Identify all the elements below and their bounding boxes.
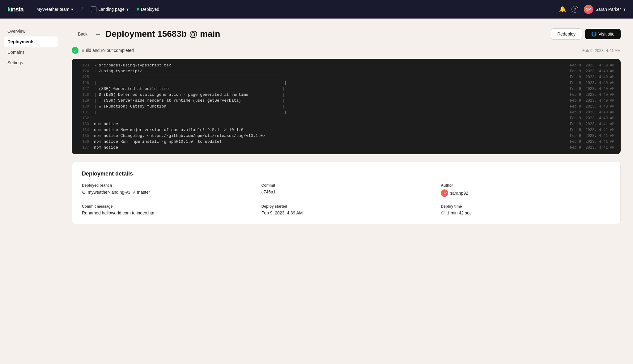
deployed-branch-label: Deployed branch [82,183,252,188]
deployed-branch-value: ⊙ myweather-landing-v3 ⑂ master [82,189,252,195]
log-line-date: Feb 9, 2023, 4:41 AM [570,134,614,138]
detail-deployed-branch: Deployed branch ⊙ myweather-landing-v3 ⑂… [82,183,252,197]
author-label: Author [441,183,610,188]
log-line-content: npm notice [94,145,565,150]
detail-author: Author SP sarahp92 [441,183,610,197]
globe-icon: 🌐 [591,32,597,36]
log-line-number: 134 [78,128,89,132]
log-line-number: 129 [78,99,89,103]
commit-message-value: Renamed helloworld.com to index.html [82,210,252,215]
log-line-number: 137 [78,146,89,150]
help-icon: ? [571,6,578,13]
log-row: 137npm noticeFeb 9, 2023, 4:41 AM [72,145,621,150]
log-line-date: Feb 9, 2023, 4:40 AM [570,93,614,97]
commit-message-label: Commit message [82,204,252,209]
details-title: Deployment details [82,171,610,177]
log-line-content: npm notice New major version of npm avai… [94,128,565,132]
log-line-content: ────────────────────────────────────────… [94,116,565,121]
commit-label: Commit [261,183,431,188]
log-line-content: | | [94,110,565,115]
deploy-started-value: Feb 9, 2023, 4:39 AM [261,210,431,215]
log-line-number: 128 [78,93,89,97]
sidebar-item-settings[interactable]: Settings [0,57,62,68]
log-line-number: 127 [78,87,89,91]
log-line-content: | λ (Function) Gatsby function | [94,104,565,109]
topnav: kinsta MyWeather team ▾ / Landing page ▾… [0,0,633,19]
log-line-content: npm notice Run `npm install -g npm@10.1.… [94,139,565,144]
help-button[interactable]: ? [571,6,578,13]
log-row: 130| λ (Function) Gatsby function |Feb 9… [72,104,621,109]
log-line-content: └ src/pages/using-typescript.tsx [94,63,565,68]
commit-value: c746a1 [261,189,431,194]
visit-site-button[interactable]: 🌐 Visit site [585,29,621,39]
topnav-icons: 🔔 ? SP Sarah Parker ▾ [559,5,626,14]
layout: Overview Deployments Domains Settings ← … [0,19,633,364]
team-label: MyWeather team [36,7,69,12]
sidebar-item-domains[interactable]: Domains [0,47,62,57]
log-line-date: Feb 9, 2023, 4:40 AM [570,99,614,103]
page-icon [91,6,96,12]
terminal-inner: 123└ src/pages/using-typescript.tsxFeb 9… [72,59,621,154]
page-title-row: ← Deployment 15683b @ main [95,29,551,39]
commit-message-text: Renamed helloworld.com to index.html [82,210,156,215]
log-line-date: Feb 9, 2023, 4:40 AM [570,110,614,115]
log-line-number: 135 [78,134,89,138]
log-row: 133npm noticeFeb 9, 2023, 4:41 AM [72,121,621,127]
deploy-started-text: Feb 9, 2023, 4:39 AM [261,210,303,215]
page-back-icon[interactable]: ← [95,31,101,38]
bell-icon: 🔔 [559,6,566,13]
author-avatar: SP [441,189,448,197]
log-row: 126| |Feb 9, 2023, 4:40 AM [72,80,621,86]
git-branch-icon: ⑂ [132,190,135,195]
log-line-date: Feb 9, 2023, 4:40 AM [570,87,614,91]
avatar: SP [584,5,593,14]
sidebar-item-overview[interactable]: Overview [0,26,62,36]
sidebar-item-deployments[interactable]: Deployments [4,36,58,47]
log-line-date: Feb 9, 2023, 4:40 AM [570,75,614,79]
commit-hash: c746a1 [261,189,276,194]
page-header: ← Back ← Deployment 15683b @ main Redepl… [72,28,621,40]
detail-deploy-started: Deploy started Feb 9, 2023, 4:39 AM [261,204,431,215]
log-row: 123└ src/pages/using-typescript.tsxFeb 9… [72,62,621,68]
back-button[interactable]: ← Back [72,32,87,36]
nav-divider: / [81,6,83,13]
logo: kinsta [7,6,23,13]
log-line-content: | ∞ (SSR) Server-side renders at runtime… [94,98,565,103]
log-line-number: 123 [78,63,89,68]
log-line-number: 130 [78,104,89,109]
log-row: 125─────────────────────────────────────… [72,74,621,80]
log-line-content: └ /using-typescript/ [94,69,565,74]
log-row: 128| D (DSG) Deferred static generation … [72,92,621,98]
detail-deploy-time: Deploy time ⏱ 1 min 42 sec [441,204,610,215]
deployed-label: Deployed [141,7,159,12]
user-name: Sarah Parker [596,7,621,12]
log-row: 131| |Feb 9, 2023, 4:40 AM [72,109,621,115]
sidebar-label-domains: Domains [7,50,24,55]
author-avatar-initials: SP [443,192,447,195]
log-line-date: Feb 9, 2023, 4:40 AM [570,116,614,121]
github-icon: ⊙ [82,189,86,195]
log-line-content: | D (DSG) Deferred static generation - p… [94,92,565,97]
log-row: 132─────────────────────────────────────… [72,115,621,121]
log-line-number: 136 [78,140,89,144]
redeploy-button[interactable]: Redeploy [551,28,582,40]
status-date: Feb 9, 2023, 4:41 AM [582,48,621,53]
sidebar-label-deployments: Deployments [7,39,35,44]
page-label: Landing page [98,7,125,12]
log-line-number: 126 [78,81,89,85]
deploy-started-label: Deploy started [261,204,431,209]
log-line-date: Feb 9, 2023, 4:40 AM [570,104,614,109]
avatar-initials: SP [586,7,591,11]
log-line-number: 133 [78,122,89,126]
deployment-details-card: Deployment details Deployed branch ⊙ myw… [72,162,621,224]
notifications-button[interactable]: 🔔 [559,6,566,13]
log-line-date: Feb 9, 2023, 4:39 AM [570,63,614,68]
detail-commit: Commit c746a1 [261,183,431,197]
team-dropdown[interactable]: MyWeather team ▾ [33,5,76,14]
page-dropdown[interactable]: Landing page ▾ [88,5,132,14]
page-chevron-icon: ▾ [126,7,129,12]
log-line-content: npm notice [94,122,565,126]
user-menu[interactable]: SP Sarah Parker ▾ [584,5,626,14]
sidebar: Overview Deployments Domains Settings [0,19,62,364]
log-row: 124└ /using-typescript/Feb 9, 2023, 4:40… [72,68,621,74]
